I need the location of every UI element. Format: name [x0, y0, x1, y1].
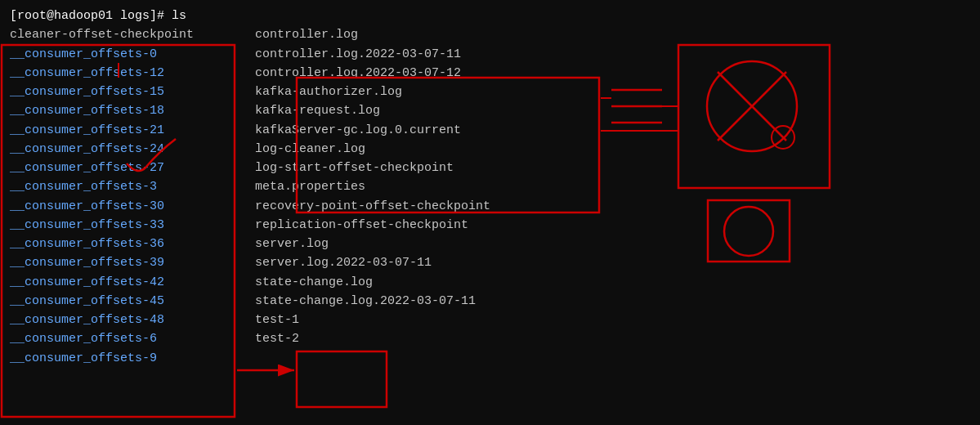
- terminal-window: [root@hadoop01 logs]# ls cleaner-offset-…: [0, 0, 980, 374]
- right-file-item: meta.properties: [255, 177, 970, 196]
- left-file-item: __consumer_offsets-30: [10, 197, 255, 216]
- left-file-item: __consumer_offsets-3: [10, 177, 255, 196]
- left-file-item: __consumer_offsets-27: [10, 159, 255, 177]
- left-column: __consumer_offsets-0__consumer_offsets-1…: [10, 45, 255, 368]
- left-file-item: __consumer_offsets-15: [10, 83, 255, 101]
- file-cleaner-offset: cleaner-offset-checkpoint: [10, 25, 255, 44]
- right-file-item: test-1: [255, 311, 970, 329]
- left-file-item: __consumer_offsets-12: [10, 64, 255, 83]
- left-file-item: __consumer_offsets-36: [10, 235, 255, 253]
- left-file-item: __consumer_offsets-45: [10, 292, 255, 311]
- left-file-item: __consumer_offsets-9: [10, 349, 255, 368]
- left-file-item: __consumer_offsets-6: [10, 329, 255, 348]
- right-file-item: server.log: [255, 235, 970, 253]
- left-file-item: __consumer_offsets-42: [10, 273, 255, 292]
- right-file-item: state-change.log: [255, 273, 970, 292]
- right-file-item: kafka-authorizer.log: [255, 83, 970, 101]
- right-file-item: test-2: [255, 329, 970, 348]
- left-file-item: __consumer_offsets-33: [10, 216, 255, 235]
- right-file-item: log-cleaner.log: [255, 140, 970, 159]
- right-column: controller.log.2022-03-07-11controller.l…: [255, 45, 970, 368]
- left-file-item: __consumer_offsets-39: [10, 253, 255, 272]
- right-file-item: log-start-offset-checkpoint: [255, 159, 970, 177]
- left-file-item: __consumer_offsets-24: [10, 140, 255, 159]
- right-file-item: replication-offset-checkpoint: [255, 216, 970, 235]
- right-file-item: kafka-request.log: [255, 101, 970, 120]
- right-file-item: state-change.log.2022-03-07-11: [255, 292, 970, 311]
- right-file-item: controller.log.2022-03-07-11: [255, 45, 970, 64]
- left-file-item: __consumer_offsets-0: [10, 45, 255, 64]
- prompt-line: [root@hadoop01 logs]# ls: [10, 7, 970, 25]
- left-file-item: __consumer_offsets-18: [10, 101, 255, 120]
- file-controller-log: controller.log: [255, 25, 970, 44]
- right-file-item: recovery-point-offset-checkpoint: [255, 197, 970, 216]
- left-file-item: __consumer_offsets-48: [10, 311, 255, 329]
- right-file-item: kafkaServer-gc.log.0.current: [255, 121, 970, 140]
- right-file-item: server.log.2022-03-07-11: [255, 253, 970, 272]
- right-file-item: controller.log.2022-03-07-12: [255, 64, 970, 83]
- file-listing-grid: __consumer_offsets-0__consumer_offsets-1…: [10, 45, 970, 368]
- left-file-item: __consumer_offsets-21: [10, 121, 255, 140]
